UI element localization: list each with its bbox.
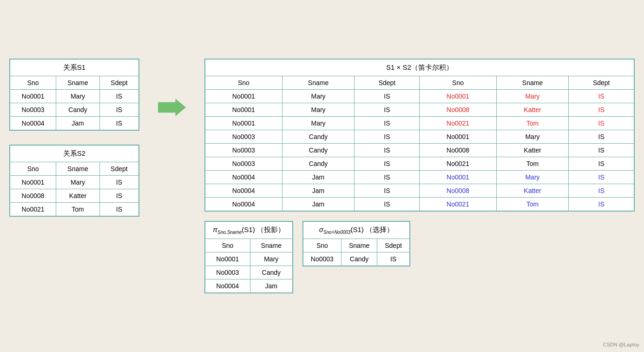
projection-title-sub: Sno,Sname <box>217 230 242 235</box>
page-container: 关系S1 Sno Sname Sdept No0001MaryISNo0003C… <box>9 59 635 293</box>
list-item: IS <box>99 203 139 217</box>
column-header: Sname <box>282 76 355 90</box>
s1-table: 关系S1 Sno Sname Sdept No0001MaryISNo0003C… <box>9 59 139 131</box>
list-item: No0001 <box>420 90 496 103</box>
right-arrow-icon <box>158 96 186 119</box>
s2-table: 关系S2 Sno Sname Sdept No0001MaryISNo0008K… <box>9 145 139 217</box>
projection-title-prefix: π <box>213 226 217 233</box>
list-item: No0001 <box>10 176 56 189</box>
selection-title: σSno=No0003(S1) （选择） <box>303 221 410 239</box>
list-item: No0004 <box>205 279 250 293</box>
list-item: No0001 <box>205 90 282 103</box>
s1-title: 关系S1 <box>10 59 139 76</box>
table-row: No0004JamISNo0021TomIS <box>205 198 634 212</box>
list-item: Jam <box>282 198 355 212</box>
list-item: No0003 <box>205 157 282 171</box>
list-item: No0003 <box>303 252 342 266</box>
list-item: No0021 <box>10 203 56 217</box>
list-item: IS <box>377 252 410 266</box>
sel-col-sdept: Sdept <box>377 239 410 252</box>
list-item: IS <box>569 171 634 184</box>
list-item: No0021 <box>420 157 496 171</box>
column-header: Sno <box>420 76 496 90</box>
table-row: No0021TomIS <box>10 203 139 217</box>
list-item: No0003 <box>10 103 56 117</box>
table-row: No0004JamISNo0001MaryIS <box>205 171 634 184</box>
selection-title-prefix: σ <box>319 226 323 233</box>
list-item: Katter <box>496 144 569 157</box>
list-item: Candy <box>282 157 355 171</box>
s2-col-sno: Sno <box>10 162 56 176</box>
list-item: IS <box>355 184 420 198</box>
list-item: IS <box>569 157 634 171</box>
cartesian-title: S1 × S2（笛卡尔积） <box>205 59 634 76</box>
table-row: No0001MaryISNo0001MaryIS <box>205 90 634 103</box>
table-row: No0003Candy <box>205 266 293 279</box>
list-item: Candy <box>282 130 355 144</box>
column-header: Sname <box>496 76 569 90</box>
list-item: No0001 <box>205 117 282 130</box>
list-item: IS <box>99 117 139 131</box>
list-item: IS <box>355 171 420 184</box>
list-item: IS <box>99 90 139 103</box>
column-header: Sdept <box>569 76 634 90</box>
list-item: IS <box>569 103 634 117</box>
right-panel: S1 × S2（笛卡尔积） SnoSnameSdeptSnoSnameSdept… <box>204 59 635 293</box>
selection-table: σSno=No0003(S1) （选择） Sno Sname Sdept No0… <box>302 221 410 266</box>
list-item: Mary <box>282 103 355 117</box>
list-item: Candy <box>250 266 293 279</box>
table-row: No0001MaryISNo0008KatterIS <box>205 103 634 117</box>
list-item: No0004 <box>205 171 282 184</box>
list-item: Candy <box>282 144 355 157</box>
sel-col-sno: Sno <box>303 239 342 252</box>
list-item: IS <box>355 157 420 171</box>
list-item: Jam <box>250 279 293 293</box>
list-item: Katter <box>56 189 100 203</box>
table-row: No0003CandyIS <box>10 103 139 117</box>
left-panel: 关系S1 Sno Sname Sdept No0001MaryISNo0003C… <box>9 59 139 217</box>
list-item: IS <box>99 189 139 203</box>
list-item: No0001 <box>205 103 282 117</box>
list-item: IS <box>569 198 634 212</box>
list-item: IS <box>569 130 634 144</box>
projection-title-arg: (S1) <box>242 226 255 233</box>
list-item: Mary <box>250 252 293 266</box>
list-item: Candy <box>341 252 377 266</box>
list-item: No0004 <box>10 117 56 131</box>
table-row: No0004JamISNo0008KatterIS <box>205 184 634 198</box>
sel-col-sname: Sname <box>341 239 377 252</box>
table-row: No0003CandyIS <box>303 252 410 266</box>
list-item: IS <box>569 184 634 198</box>
list-item: No0001 <box>420 130 496 144</box>
list-item: Jam <box>56 117 100 131</box>
list-item: Tom <box>496 157 569 171</box>
watermark: CSDN @Laptoy <box>603 342 639 347</box>
projection-title-suffix: （投影） <box>257 226 285 233</box>
list-item: Mary <box>496 90 569 103</box>
list-item: Jam <box>282 171 355 184</box>
list-item: No0004 <box>205 184 282 198</box>
list-item: IS <box>99 103 139 117</box>
list-item: Katter <box>496 184 569 198</box>
list-item: IS <box>355 144 420 157</box>
list-item: IS <box>355 103 420 117</box>
list-item: No0003 <box>205 130 282 144</box>
selection-title-arg: (S1) <box>350 226 363 233</box>
list-item: Tom <box>496 198 569 212</box>
s2-title: 关系S2 <box>10 145 139 162</box>
list-item: No0001 <box>420 171 496 184</box>
list-item: Tom <box>496 117 569 130</box>
table-row: No0001MaryIS <box>10 90 139 103</box>
list-item: IS <box>355 90 420 103</box>
table-row: No0003CandyISNo0021TomIS <box>205 157 634 171</box>
list-item: Mary <box>282 90 355 103</box>
list-item: No0008 <box>420 103 496 117</box>
list-item: No0003 <box>205 144 282 157</box>
list-item: Mary <box>496 171 569 184</box>
list-item: Candy <box>56 103 100 117</box>
s1-col-sname: Sname <box>56 76 100 90</box>
column-header: Sdept <box>355 76 420 90</box>
list-item: No0001 <box>10 90 56 103</box>
list-item: Mary <box>496 130 569 144</box>
right-bottom: πSno,Sname(S1) （投影） Sno Sname No0001Mary… <box>204 221 635 293</box>
